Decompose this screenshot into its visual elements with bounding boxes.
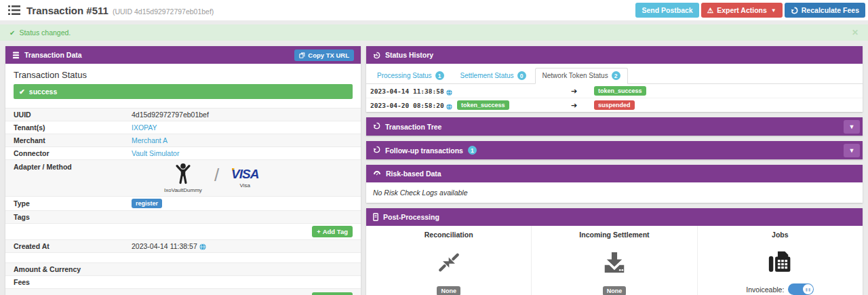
incoming-settlement-column: Incoming Settlement None [531, 226, 696, 295]
table-row: UUID 4d15d92972797eb01bef [5, 108, 361, 121]
risk-based-data-header: Risk-based Data [366, 165, 863, 182]
status-history-header: Status History [366, 46, 863, 64]
amount-currency-row: Amount & Currency [5, 262, 361, 275]
panel-title: Risk-based Data [386, 170, 441, 178]
chevron-down-icon: ▼ [849, 147, 855, 154]
gauge-icon [373, 170, 381, 177]
tenant-link[interactable]: IXOPAY [132, 123, 157, 132]
jobs-column: Jobs [697, 226, 863, 295]
connector-link[interactable]: Vault Simulator [132, 149, 179, 157]
risk-empty-text: No Risk Check Logs available [366, 182, 863, 203]
toggle-knob: ▮▮ [803, 284, 813, 294]
arrow-right-icon: ➔ [571, 101, 594, 110]
add-fee-button[interactable]: + Add Fee [312, 292, 353, 295]
plus-icon: + [317, 228, 321, 235]
send-postback-button[interactable]: Send Postback [635, 3, 698, 18]
server-icon [373, 213, 378, 221]
tab-settlement-status[interactable]: Settlement Status 0 [453, 68, 534, 84]
status-badge: token_success [457, 100, 509, 110]
alert-text: Status changed. [19, 28, 71, 37]
status-value-bar: ✔ success [14, 84, 353, 99]
separator: / [214, 165, 219, 186]
merchant-link[interactable]: Merchant A [132, 136, 167, 144]
bar-title: Follow-up transactions [385, 146, 463, 155]
panel-title: Status History [385, 51, 433, 59]
add-tag-row: + Add Tag [5, 223, 361, 239]
type-row: Type register [5, 196, 361, 210]
panel-title: Post-Processing [383, 213, 439, 221]
fees-row: Fees [5, 275, 361, 288]
reconciliation-icon [370, 250, 527, 275]
empty-row [5, 252, 361, 262]
status-changed-alert: ✔ Status changed. ✕ [0, 24, 868, 41]
table-row: Tenant(s) IXOPAY [5, 121, 361, 134]
count-badge: 2 [612, 71, 620, 80]
transaction-data-header: Transaction Data Copy TX URL [5, 46, 361, 64]
post-processing-body: Reconciliation None [366, 226, 863, 295]
reconciliation-none-badge: None [437, 286, 460, 295]
status-history-row: 2023-04-14 11:38:58 ➔ token_success [366, 84, 863, 98]
tab-processing-status[interactable]: Processing Status 1 [370, 68, 452, 84]
status-history-row: 2023-04-20 08:58:20 token_success ➔ susp… [366, 98, 863, 112]
fax-icon [702, 250, 859, 275]
invoiceable-toggle[interactable]: ▮▮ [788, 283, 814, 295]
caret-down-icon: ▼ [771, 7, 776, 14]
status-badge: token_success [594, 86, 646, 96]
reconciliation-column: Reconciliation None [366, 226, 531, 295]
top-bar: Transaction #511 (UUID 4d15d92972797eb01… [0, 0, 868, 20]
history-icon [373, 146, 380, 155]
panel-title: Transaction Data [24, 51, 82, 59]
globe-icon [446, 90, 452, 96]
incoming-settlement-none-badge: None [603, 286, 627, 295]
risk-based-data-panel: Risk-based Data No Risk Check Logs avail… [366, 165, 863, 203]
arrow-right-icon: ➔ [571, 87, 594, 96]
adapter-name: IxoVaultDummy [164, 187, 202, 193]
add-tag-button[interactable]: + Add Tag [312, 226, 353, 237]
adapter-person-icon [173, 163, 193, 186]
close-icon[interactable]: ✕ [852, 28, 859, 37]
transaction-status-label: Transaction Status [5, 64, 361, 84]
post-processing-header: Post-Processing [366, 208, 863, 226]
expand-transaction-tree-button[interactable]: ▼ [844, 120, 860, 134]
expand-followup-button[interactable]: ▼ [844, 144, 860, 157]
chevron-down-icon: ▼ [849, 123, 855, 130]
uuid-value: 4d15d92972797eb01bef [132, 111, 209, 119]
page-subtitle: (UUID 4d15d92972797eb01bef) [113, 7, 214, 16]
count-badge: 1 [468, 146, 477, 155]
copy-tx-url-button[interactable]: Copy TX URL [294, 50, 354, 61]
page-title: Transaction #511 [26, 5, 108, 16]
adapter-method-row: Adapter / Method [5, 159, 361, 196]
count-badge: 0 [517, 71, 526, 80]
type-badge: register [132, 199, 162, 208]
globe-icon [199, 243, 206, 250]
recalculate-fees-button[interactable]: Recalculate Fees [785, 3, 865, 18]
created-at-row: Created At 2023-04-14 11:38:57 [5, 239, 361, 252]
refresh-icon [791, 7, 798, 14]
warning-icon: ⚠ [707, 6, 713, 14]
check-icon: ✔ [9, 29, 15, 37]
bar-title: Transaction Tree [385, 123, 441, 131]
expert-actions-button[interactable]: ⚠ Expert Actions ▼ [701, 3, 783, 18]
incoming-settlement-icon [536, 250, 692, 275]
tab-network-token-status[interactable]: Network Token Status 2 [535, 68, 628, 84]
history-icon [373, 122, 380, 131]
table-row: Merchant Merchant A [5, 134, 361, 146]
post-processing-panel: Post-Processing Reconciliation [366, 208, 863, 295]
check-icon: ✔ [19, 87, 25, 96]
count-badge: 1 [435, 71, 444, 80]
status-history-tabs: Processing Status 1 Settlement Status 0 … [366, 64, 863, 84]
method-name: Visa [240, 182, 250, 189]
fees-table-header: Entity Desc. Amount Deducted f. Payout +… [5, 288, 361, 295]
transaction-data-panel: Transaction Data Copy TX URL Transaction… [5, 46, 361, 295]
list-icon [8, 5, 20, 15]
invoiceable-label: Invoiceable: [746, 286, 784, 294]
status-history-panel: Status History Processing Status 1 Settl… [366, 46, 863, 112]
right-column: Status History Processing Status 1 Settl… [366, 46, 863, 295]
followup-transactions-bar: Follow-up transactions 1 ▼ [366, 141, 863, 159]
database-icon [12, 52, 20, 59]
copy-icon [299, 52, 305, 58]
history-icon [373, 52, 380, 59]
status-badge: suspended [594, 100, 635, 110]
created-at-value: 2023-04-14 11:38:57 [132, 242, 206, 250]
tags-row: Tags [5, 210, 361, 223]
